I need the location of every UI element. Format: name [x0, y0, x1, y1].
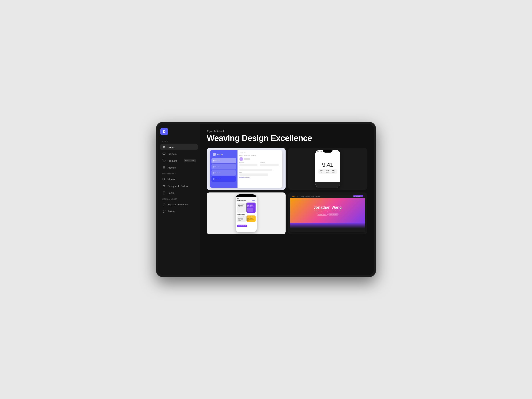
svg-rect-4	[163, 178, 165, 180]
nav-about: ABOUT	[311, 196, 314, 197]
settings-main-title: Account	[239, 152, 281, 154]
note-row-1: New Product Idea Design Quick notes for …	[237, 203, 256, 212]
sidebar: D MENU Home	[158, 124, 200, 275]
phone-stat-level: 2.80 leveled	[325, 170, 330, 173]
products-badge: MUST-SEE	[184, 159, 196, 162]
nav-projects: PROJECTS	[305, 196, 310, 197]
portfolio-nav: FOPLE HOME PROJECTS ABOUT SERVICES BUY T…	[290, 195, 365, 198]
portfolio-mock: FOPLE HOME PROJECTS ABOUT SERVICES BUY T…	[290, 195, 365, 232]
app-logo[interactable]: D	[160, 128, 168, 135]
phone-stats: 5,369 min 2.80 leveled 7732	[318, 169, 337, 174]
settings-nav-appearance: Appearance	[211, 176, 236, 182]
svg-marker-5	[163, 185, 165, 187]
books-label: Books	[168, 191, 174, 194]
sidebar-item-twitter[interactable]: Twitter	[160, 208, 198, 215]
portfolio-cta-btn[interactable]: BUY TEMPLATE ◆	[353, 195, 363, 197]
name-field	[239, 173, 268, 176]
notes-list: New Product Idea Design Quick notes for …	[236, 202, 257, 228]
clock-card: Sat 4 ● NYC 12:41 AM ●●● 9:41 5,369 min	[288, 148, 367, 190]
videos-label: Videos	[168, 178, 175, 181]
videos-icon	[162, 177, 166, 181]
nav-services: SERVICES	[316, 196, 320, 197]
designer-to-follow-label: Designer to Follow	[168, 185, 188, 188]
svg-rect-6	[163, 192, 164, 194]
projects-icon	[162, 152, 166, 156]
sidebar-item-products[interactable]: Products MUST-SEE	[160, 158, 198, 164]
sidebar-item-articles[interactable]: Articles	[160, 164, 198, 171]
star-icon	[162, 184, 166, 188]
content-grid: Settings Account Security	[207, 148, 367, 234]
note-card-4-body: More design ideas here	[247, 219, 255, 221]
sidebar-item-home[interactable]: Home	[160, 144, 198, 150]
notes-title: Pinned Notes	[237, 200, 246, 201]
phone-clock-display: 9:41 5,369 min 2.80 leveled	[315, 153, 340, 182]
sidebar-item-books[interactable]: Books	[160, 190, 198, 196]
svg-point-1	[163, 162, 164, 162]
last-name-field	[260, 164, 279, 166]
notes-time: 9:41	[237, 198, 255, 199]
nav-home: HOME	[301, 196, 304, 197]
username-field	[239, 169, 272, 171]
social-section-label: SOCIAL MEDIA	[160, 198, 198, 200]
note-card-2-body: Explore design ideas	[247, 206, 255, 207]
hero-section: Ryan Mitchell Weaving Design Excellence	[207, 130, 367, 143]
settings-nav-security: Security	[211, 164, 236, 170]
books-icon	[162, 191, 166, 195]
menu-section-label: MENU	[160, 141, 198, 143]
page-wrapper: Dashbar D MENU Home	[146, 114, 386, 285]
contact-btn[interactable]: CONTACT ME →	[317, 213, 328, 216]
projects-label: Projects	[168, 152, 177, 155]
sidebar-item-videos[interactable]: Videos	[160, 176, 198, 182]
articles-icon	[162, 166, 166, 169]
svg-rect-0	[163, 153, 165, 154]
settings-avatar-row	[239, 157, 281, 161]
settings-avatar-btn	[244, 158, 250, 160]
note-row-2: New Product Idea Design Product design c…	[237, 215, 256, 222]
portfolio-hero-name: Jonathan Wang	[314, 205, 342, 209]
see-projects-btn[interactable]: SEE PROJECTS	[328, 213, 339, 216]
status-icons: ●●●	[336, 151, 338, 152]
products-icon	[162, 159, 166, 162]
note-card-1-title: New Product Idea Design	[238, 203, 245, 206]
note-card-4: New Product Idea Design More design idea…	[247, 215, 256, 222]
settings-avatar	[239, 157, 243, 161]
tablet-screen: D MENU Home	[158, 124, 374, 275]
phone-stat-distance: 5,369 min	[319, 170, 324, 173]
stat-value-1: 5,369	[319, 170, 324, 171]
figma-community-label: Figma Community	[168, 203, 188, 206]
articles-label: Articles	[168, 166, 176, 169]
first-name-field	[239, 164, 258, 166]
twitter-label: Twitter	[168, 210, 175, 213]
settings-sidebar: Settings Account Security	[210, 150, 238, 188]
main-content: Ryan Mitchell Weaving Design Excellence …	[200, 124, 374, 275]
portfolio-nav-items: HOME PROJECTS ABOUT SERVICES	[301, 196, 320, 197]
phone-notch	[323, 150, 332, 152]
settings-mock: Settings Account Security	[210, 150, 283, 188]
home-label: Home	[168, 146, 174, 149]
phone-time: 9:41	[322, 162, 333, 168]
products-label: Products	[168, 159, 177, 162]
sidebar-item-designer-to-follow[interactable]: Designer to Follow	[160, 183, 198, 189]
phone-stat-count: 7732 joined	[331, 170, 336, 173]
sidebar-item-figma-community[interactable]: Figma Community	[160, 201, 198, 208]
phone-mock-clock: Sat 4 ● NYC 12:41 AM ●●● 9:41 5,369 min	[315, 150, 340, 188]
twitter-icon	[162, 209, 166, 213]
note-card-4-title: New Product Idea Design	[247, 216, 255, 219]
stat-label-3: joined	[331, 171, 336, 173]
tablet-frame: D MENU Home	[156, 122, 376, 277]
note-card-2-title: New Product Idea Design	[247, 203, 255, 206]
stat-label-2: leveled	[325, 171, 330, 173]
portfolio-btns: CONTACT ME → SEE PROJECTS	[317, 213, 339, 216]
notes-card: 9:41 Pinned Notes View all New Product I…	[207, 192, 285, 234]
notes-phone-mock: 9:41 Pinned Notes View all New Product I…	[236, 194, 257, 232]
note-card-3: New Product Idea Design Product design c…	[237, 215, 246, 222]
settings-ui-card: Settings Account Security	[207, 148, 285, 190]
note-card-1-body: Quick notes for product ideas	[238, 206, 245, 208]
svg-point-2	[165, 162, 165, 162]
hero-title: Weaving Design Excellence	[207, 133, 367, 143]
settings-main-panel: Account Manage your account info below. …	[238, 150, 283, 188]
portfolio-card: FOPLE HOME PROJECTS ABOUT SERVICES BUY T…	[288, 192, 367, 234]
logo-letter: D	[163, 129, 165, 134]
sidebar-item-projects[interactable]: Projects	[160, 151, 198, 157]
portfolio-hero-tagline: Crafting pixel-perfect designs that brin…	[314, 210, 341, 211]
